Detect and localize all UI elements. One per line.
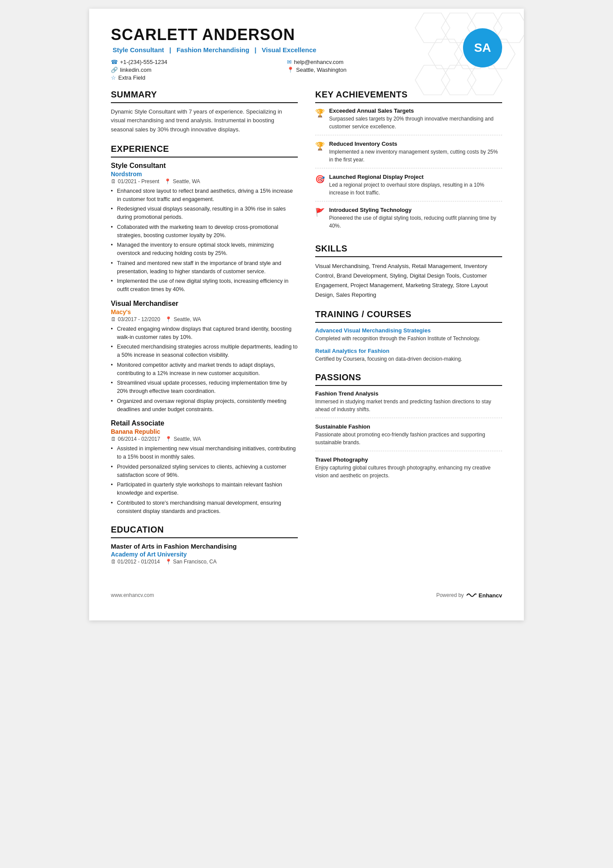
title-sep-2: | xyxy=(255,46,258,54)
contact-linkedin: 🔗 linkedin.com xyxy=(111,67,278,73)
skills-title: SKILLS xyxy=(315,244,502,254)
trophy-icon-1: 🏆 xyxy=(315,108,325,131)
summary-title: SUMMARY xyxy=(111,90,298,100)
footer-website: www.enhancv.com xyxy=(111,592,154,598)
main-content: SUMMARY Dynamic Style Consultant with 7 … xyxy=(111,90,502,575)
job-2-bullet-4: Streamlined visual update processes, red… xyxy=(111,379,298,395)
achievement-4-content: Introduced Styling Technology Pioneered … xyxy=(329,207,502,230)
edu-location-item: 📍 San Francisco, CA xyxy=(165,559,217,565)
job-3-bullet-3: Participated in quarterly style workshop… xyxy=(111,481,298,497)
passion-3-desc: Enjoy capturing global cultures through … xyxy=(315,464,502,479)
avatar: SA xyxy=(463,28,502,67)
education-section: EDUCATION Master of Arts in Fashion Merc… xyxy=(111,525,298,565)
passion-1-desc: Immersed in studying market trends and p… xyxy=(315,398,502,413)
achievements-divider xyxy=(315,102,502,103)
job-1-location-item: 📍 Seattle, WA xyxy=(164,178,200,184)
job-3-bullet-2: Provided personalized styling services t… xyxy=(111,463,298,479)
contact-location: 📍 Seattle, Washington xyxy=(287,67,454,73)
location-icon-2: 📍 xyxy=(165,316,172,322)
contact-grid: ☎ +1-(234)-555-1234 ✉ help@enhancv.com 🔗… xyxy=(111,59,454,81)
enhancv-logo-icon xyxy=(466,592,476,599)
job-3-bullets: Assisted in implementing new visual merc… xyxy=(111,445,298,515)
edu-entry-1: Master of Arts in Fashion Merchandising … xyxy=(111,543,298,565)
location-icon-1: 📍 xyxy=(164,178,171,184)
training-divider xyxy=(315,322,502,323)
location-icon: 📍 xyxy=(287,67,294,73)
passion-2-desc: Passionate about promoting eco-friendly … xyxy=(315,431,502,446)
header-left: SCARLETT ANDERSON Style Consultant | Fas… xyxy=(111,26,454,81)
edu-date-item: 🗓 01/2012 - 01/2014 xyxy=(111,559,160,565)
skills-section: SKILLS Visual Merchandising, Trend Analy… xyxy=(315,244,502,300)
achievement-4-desc: Pioneered the use of digital styling too… xyxy=(329,214,502,230)
email-icon: ✉ xyxy=(287,59,292,65)
education-title: EDUCATION xyxy=(111,525,298,535)
summary-divider xyxy=(111,102,298,103)
contact-email: ✉ help@enhancv.com xyxy=(287,59,454,65)
linkedin-icon: 🔗 xyxy=(111,67,118,73)
edu-meta: 🗓 01/2012 - 01/2014 📍 San Francisco, CA xyxy=(111,559,298,565)
job-2: Visual Merchandiser Macy's 🗓 03/2017 - 1… xyxy=(111,300,298,414)
achievement-1-desc: Surpassed sales targets by 20% through i… xyxy=(329,115,502,131)
achievement-2-title: Reduced Inventory Costs xyxy=(329,141,502,147)
calendar-icon-2: 🗓 xyxy=(111,316,116,322)
contact-phone: ☎ +1-(234)-555-1234 xyxy=(111,59,278,65)
location-icon-edu: 📍 xyxy=(165,559,172,565)
summary-section: SUMMARY Dynamic Style Consultant with 7 … xyxy=(111,90,298,134)
contact-extra: ☆ Extra Field xyxy=(111,74,278,81)
right-column: KEY ACHIEVEMENTS 🏆 Exceeded Annual Sales… xyxy=(315,90,502,575)
phone-icon: ☎ xyxy=(111,59,118,65)
job-1-date-item: 🗓 01/2021 - Present xyxy=(111,178,159,184)
location-text: Seattle, Washington xyxy=(296,67,346,73)
achievement-3-content: Launched Regional Display Project Led a … xyxy=(329,174,502,197)
candidate-title: Style Consultant | Fashion Merchandising… xyxy=(111,46,454,54)
job-1-bullet-5: Trained and mentored new staff in the im… xyxy=(111,259,298,276)
training-2-desc: Certified by Coursera, focusing on data-… xyxy=(315,355,502,363)
job-2-bullet-5: Organized and oversaw regional display p… xyxy=(111,397,298,414)
job-3-date: 06/2014 - 02/2017 xyxy=(118,436,160,442)
achievement-3: 🎯 Launched Regional Display Project Led … xyxy=(315,174,502,201)
job-1-bullets: Enhanced store layout to reflect brand a… xyxy=(111,187,298,294)
email-text: help@enhancv.com xyxy=(294,59,343,65)
job-3-date-item: 🗓 06/2014 - 02/2017 xyxy=(111,436,160,442)
job-3-location: Seattle, WA xyxy=(173,436,201,442)
job-3-title: Retail Associate xyxy=(111,419,298,427)
job-2-location: Seattle, WA xyxy=(173,316,201,322)
achievement-1-title: Exceeded Annual Sales Targets xyxy=(329,107,502,114)
calendar-icon-3: 🗓 xyxy=(111,436,116,442)
job-3: Retail Associate Banana Republic 🗓 06/20… xyxy=(111,419,298,515)
title-part-3: Visual Excellence xyxy=(262,46,316,54)
achievement-2-desc: Implemented a new inventory management s… xyxy=(329,148,502,164)
extra-text: Extra Field xyxy=(118,74,145,81)
job-2-bullet-2: Executed merchandising strategies across… xyxy=(111,343,298,359)
training-title: TRAINING / COURSES xyxy=(315,309,502,319)
job-1-bullet-3: Collaborated with the marketing team to … xyxy=(111,223,298,240)
phone-text: +1-(234)-555-1234 xyxy=(120,59,167,65)
location-icon-3: 📍 xyxy=(165,436,172,442)
title-sep-1: | xyxy=(170,46,173,54)
passion-3-title: Travel Photography xyxy=(315,456,502,463)
job-1-bullet-2: Redesigned visual displays seasonally, r… xyxy=(111,205,298,221)
passion-1: Fashion Trend Analysis Immersed in study… xyxy=(315,390,502,418)
training-1-desc: Completed with recognition through the F… xyxy=(315,335,502,342)
passion-3: Travel Photography Enjoy capturing globa… xyxy=(315,456,502,484)
title-part-1: Style Consultant xyxy=(113,46,164,54)
resume-page: SCARLETT ANDERSON Style Consultant | Fas… xyxy=(89,9,524,620)
footer-brand: Powered by Enhancv xyxy=(436,592,502,599)
achievement-4-title: Introduced Styling Technology xyxy=(329,207,502,213)
calendar-icon-edu: 🗓 xyxy=(111,559,116,565)
job-2-company: Macy's xyxy=(111,308,298,315)
achievement-2: 🏆 Reduced Inventory Costs Implemented a … xyxy=(315,141,502,168)
achievement-3-title: Launched Regional Display Project xyxy=(329,174,502,180)
training-1: Advanced Visual Merchandising Strategies… xyxy=(315,327,502,342)
edu-degree: Master of Arts in Fashion Merchandising xyxy=(111,543,298,550)
experience-section: EXPERIENCE Style Consultant Nordstrom 🗓 … xyxy=(111,144,298,516)
skills-text: Visual Merchandising, Trend Analysis, Re… xyxy=(315,261,502,300)
passion-2-title: Sustainable Fashion xyxy=(315,423,502,430)
achievement-1: 🏆 Exceeded Annual Sales Targets Surpasse… xyxy=(315,107,502,135)
achievements-title: KEY ACHIEVEMENTS xyxy=(315,90,502,100)
job-3-bullet-1: Assisted in implementing new visual merc… xyxy=(111,445,298,461)
job-3-bullet-4: Contributed to store's merchandising man… xyxy=(111,499,298,516)
experience-title: EXPERIENCE xyxy=(111,144,298,154)
summary-text: Dynamic Style Consultant with 7 years of… xyxy=(111,107,298,134)
job-2-date-item: 🗓 03/2017 - 12/2020 xyxy=(111,316,160,322)
